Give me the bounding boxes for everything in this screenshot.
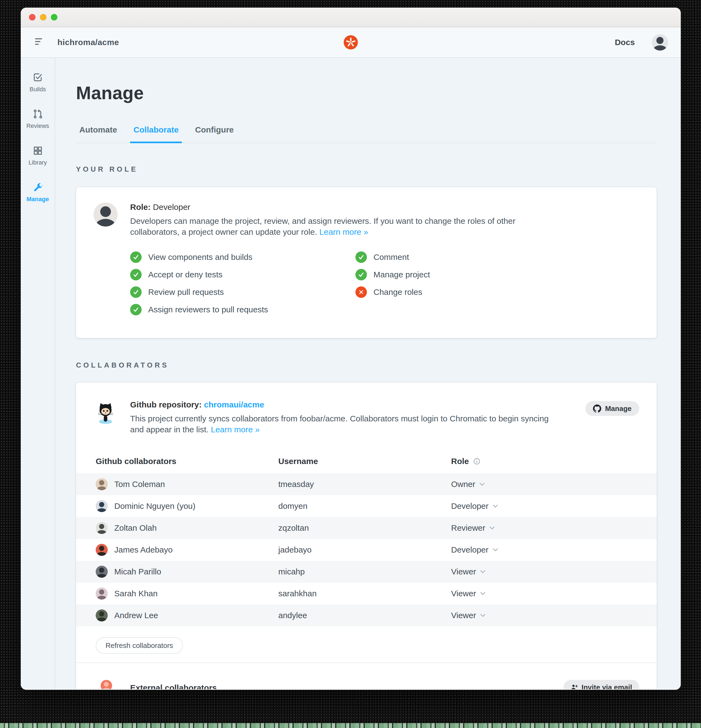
role-avatar	[94, 202, 117, 227]
user-avatar[interactable]	[652, 34, 668, 51]
permission-item: Accept or deny tests	[130, 266, 355, 283]
permission-item: Assign reviewers to pull requests	[130, 301, 355, 318]
tab-configure[interactable]: Configure	[192, 125, 237, 143]
chevron-down-icon	[492, 504, 498, 508]
learn-more-link[interactable]: Learn more »	[319, 227, 368, 236]
role-select[interactable]: Owner	[451, 480, 639, 489]
chevron-down-icon	[480, 569, 486, 574]
collaborator-username: zqzoltan	[278, 523, 451, 533]
reviews-icon	[33, 109, 43, 119]
role-select[interactable]: Viewer	[451, 611, 639, 620]
permission-item: Comment	[355, 248, 562, 266]
collaborator-username: tmeasday	[278, 480, 451, 489]
sidebar-item-label: Reviews	[26, 123, 49, 130]
sidebar-item-library[interactable]: Library	[21, 145, 55, 166]
sidebar-toggle-icon[interactable]	[35, 38, 43, 46]
collaborators-section-label: COLLABORATORS	[76, 361, 657, 370]
library-icon	[33, 145, 43, 156]
tab-bar: Automate Collaborate Configure	[76, 125, 657, 143]
column-header-collaborators: Github collaborators	[96, 456, 278, 466]
check-icon	[355, 269, 367, 280]
collaborator-username: jadebayo	[278, 545, 451, 555]
github-icon	[593, 404, 601, 413]
check-icon	[130, 251, 142, 263]
table-row: Dominic Nguyen (you) domyen Developer	[76, 495, 657, 517]
invite-via-email-button[interactable]: Invite via email	[563, 680, 639, 689]
table-row: Zoltan Olah zqzoltan Reviewer	[76, 517, 657, 539]
collaborator-name: Dominic Nguyen (you)	[114, 501, 196, 511]
tab-automate[interactable]: Automate	[76, 125, 120, 143]
repo-description: This project currently syncs collaborato…	[130, 413, 557, 435]
collaborator-username: sarahkhan	[278, 589, 451, 598]
close-window-button[interactable]	[29, 14, 36, 20]
project-breadcrumb[interactable]: hichroma/acme	[57, 38, 119, 47]
docs-link[interactable]: Docs	[615, 38, 635, 47]
table-header: Github collaborators Username Role	[76, 449, 657, 473]
repo-link[interactable]: chromaui/acme	[204, 400, 264, 409]
chevron-down-icon	[480, 613, 486, 618]
your-role-card: Role: Developer Developers can manage th…	[76, 187, 657, 338]
app-window: hichroma/acme Docs	[21, 8, 681, 690]
sidebar-item-manage[interactable]: Manage	[21, 182, 55, 203]
chromatic-logo-icon[interactable]	[344, 35, 358, 49]
main-content: Manage Automate Collaborate Configure YO…	[55, 58, 681, 689]
avatar	[96, 544, 108, 556]
github-manage-button[interactable]: Manage	[585, 401, 639, 416]
learn-more-link[interactable]: Learn more »	[211, 425, 259, 434]
role-select[interactable]: Reviewer	[451, 523, 639, 533]
column-header-username: Username	[278, 456, 451, 466]
table-row: Micah Parillo micahp Viewer	[76, 561, 657, 583]
check-icon	[130, 304, 142, 315]
role-value: Developer	[153, 202, 190, 211]
role-label: Role:	[130, 202, 151, 211]
permission-item: Review pull requests	[130, 283, 355, 301]
collaborator-name: Andrew Lee	[114, 611, 158, 620]
role-select[interactable]: Developer	[451, 545, 639, 555]
sidebar-item-label: Manage	[26, 196, 49, 203]
chevron-down-icon	[480, 591, 486, 596]
collaborator-username: micahp	[278, 567, 451, 576]
info-icon[interactable]	[473, 458, 480, 465]
external-collaborators-title: External collaborators	[130, 683, 468, 689]
role-select[interactable]: Viewer	[451, 589, 639, 598]
octocat-icon	[94, 400, 117, 425]
zoom-window-button[interactable]	[51, 14, 57, 20]
avatar	[96, 566, 108, 578]
table-row: James Adebayo jadebayo Developer	[76, 539, 657, 561]
collaborator-name: Micah Parillo	[114, 567, 161, 576]
collaborators-card: Github repository: chromaui/acme This pr…	[76, 383, 657, 689]
refresh-collaborators-button[interactable]: Refresh collaborators	[96, 637, 183, 654]
github-repo-header: Github repository: chromaui/acme This pr…	[76, 383, 657, 449]
noise-border	[0, 723, 701, 728]
role-select[interactable]: Developer	[451, 501, 639, 511]
table-row: Andrew Lee andylee Viewer	[76, 604, 657, 626]
chevron-down-icon	[489, 526, 495, 530]
check-icon	[355, 251, 367, 263]
role-description: Developers can manage the project, revie…	[130, 215, 562, 237]
sidebar-item-label: Library	[28, 159, 47, 166]
external-collaborators-section: External collaborators Invite stakeholde…	[76, 663, 657, 689]
role-line: Role: Developer	[130, 202, 562, 212]
minimize-window-button[interactable]	[40, 14, 46, 20]
role-select[interactable]: Viewer	[451, 567, 639, 576]
app-header: hichroma/acme Docs	[21, 27, 681, 58]
external-collaborators-icon	[94, 680, 119, 689]
titlebar	[21, 8, 681, 27]
chevron-down-icon	[479, 482, 485, 487]
avatar	[96, 500, 108, 512]
table-row: Tom Coleman tmeasday Owner	[76, 473, 657, 495]
check-icon	[130, 286, 142, 298]
denied-icon	[355, 286, 367, 298]
collaborator-username: domyen	[278, 501, 451, 511]
sidebar-item-reviews[interactable]: Reviews	[21, 109, 55, 130]
column-header-role: Role	[451, 456, 639, 466]
avatar	[96, 522, 108, 534]
tab-collaborate[interactable]: Collaborate	[130, 125, 182, 143]
avatar	[96, 610, 108, 621]
repo-line: Github repository: chromaui/acme	[130, 400, 557, 409]
permission-item: Change roles	[355, 283, 562, 301]
collaborator-name: Zoltan Olah	[114, 523, 156, 533]
sidebar-item-builds[interactable]: Builds	[21, 72, 55, 93]
sidebar: Builds Reviews Library	[21, 58, 55, 689]
avatar	[96, 588, 108, 599]
